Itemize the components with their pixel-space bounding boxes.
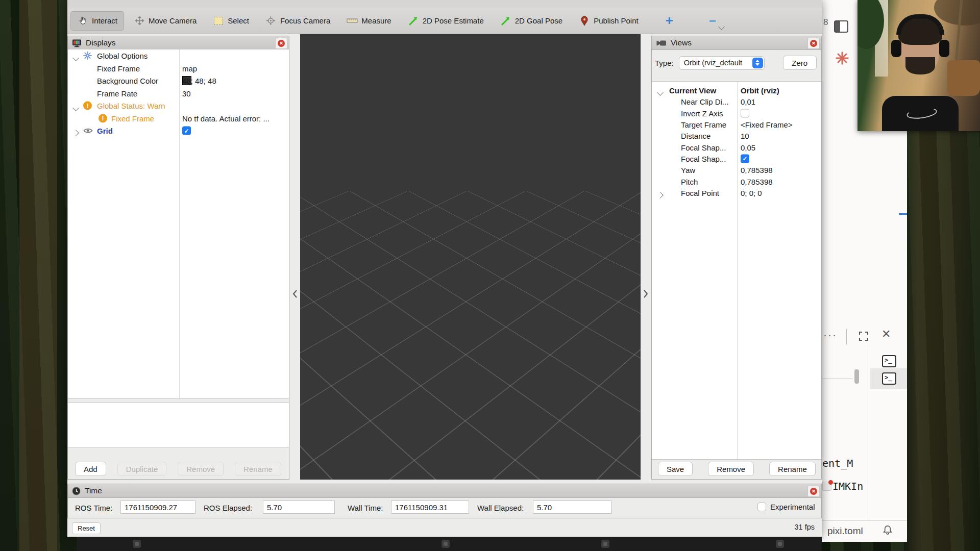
ruler-icon xyxy=(347,15,358,27)
right-splitter[interactable] xyxy=(641,36,651,480)
layout-toggle-icon[interactable] xyxy=(834,20,848,33)
dropdown-stepper-icon[interactable] xyxy=(752,58,763,68)
row-value[interactable]: 0,785398 xyxy=(741,177,773,186)
close-icon: ✕ xyxy=(810,40,817,47)
3d-viewport[interactable] xyxy=(300,34,641,480)
row-value[interactable]: 0,785398 xyxy=(741,166,773,174)
ground-grid xyxy=(300,191,641,480)
row-value[interactable]: 10 xyxy=(741,132,749,140)
view-row-focal-shape-size[interactable]: Focal Shap... 0,05 xyxy=(652,141,821,153)
divider xyxy=(868,345,868,520)
wall-time-label: Wall Time: xyxy=(348,504,383,512)
time-panel-body: ROS Time: 1761150909.27 ROS Elapsed: 5.7… xyxy=(68,497,821,518)
displays-panel-header[interactable]: Displays ✕ xyxy=(68,36,289,50)
row-value[interactable]: 0,01 xyxy=(741,97,755,106)
view-row-focal-point[interactable]: Focal Point 0; 0; 0 xyxy=(652,187,821,198)
display-row-grid[interactable]: Grid ✓ xyxy=(68,124,289,137)
view-row-yaw[interactable]: Yaw 0,785398 xyxy=(652,164,821,176)
row-label: Target Frame xyxy=(681,120,726,129)
scrollbar-thumb[interactable] xyxy=(854,369,859,384)
close-panel-button[interactable]: ✕ xyxy=(275,38,287,49)
tool-publish-point[interactable]: Publish Point xyxy=(572,11,645,31)
tool-2d-pose-estimate[interactable]: 2D Pose Estimate xyxy=(401,11,491,31)
terminal-icon[interactable]: >_ xyxy=(882,355,896,367)
view-row-target-frame[interactable]: Target Frame <Fixed Frame> xyxy=(652,119,821,130)
rename-view-button[interactable]: Rename xyxy=(769,462,816,476)
tool-select[interactable]: Select xyxy=(206,11,256,31)
rviz-toolbar: Interact Move Camera Select Focus Camera… xyxy=(67,8,822,34)
views-panel-header[interactable]: Views ✕ xyxy=(652,36,821,50)
view-type-row: Type: Orbit (rviz_default Zero xyxy=(652,52,821,74)
add-display-button[interactable]: Add xyxy=(75,462,106,476)
tool-label: 2D Goal Pose xyxy=(515,16,562,25)
view-row-current-view[interactable]: Current View Orbit (rviz) xyxy=(652,85,821,96)
expand-icon[interactable] xyxy=(858,331,869,342)
remove-display-button[interactable]: Remove xyxy=(178,462,224,476)
display-row-global-options[interactable]: Global Options xyxy=(68,49,289,62)
tool-move-camera[interactable]: Move Camera xyxy=(127,11,203,31)
row-label: Focal Point xyxy=(681,188,719,197)
row-label: Global Status: Warn xyxy=(97,102,165,110)
left-splitter[interactable] xyxy=(289,36,300,480)
wall-time-field[interactable]: 1761150909.31 xyxy=(391,500,469,514)
ros-time-field[interactable]: 1761150909.27 xyxy=(120,500,195,514)
toolbar-overflow-chevron-icon[interactable] xyxy=(719,22,724,31)
remove-view-button[interactable]: Remove xyxy=(708,462,754,476)
row-label: Grid xyxy=(97,127,113,135)
view-row-focal-shape-fixed[interactable]: Focal Shap... ✓ xyxy=(652,153,821,164)
map-pin-icon xyxy=(579,15,590,27)
display-row-fixed-frame-warning[interactable]: ! Fixed Frame No tf data. Actual error: … xyxy=(68,112,289,125)
experimental-checkbox[interactable] xyxy=(757,503,766,511)
views-panel-title: Views xyxy=(671,38,692,47)
row-value[interactable]: 0,05 xyxy=(741,143,755,152)
row-label: Distance xyxy=(681,132,710,140)
tool-focus-camera[interactable]: Focus Camera xyxy=(259,11,337,31)
row-value[interactable]: 30 xyxy=(182,89,191,97)
display-row-global-status[interactable]: ! Global Status: Warn xyxy=(68,99,289,112)
row-value[interactable]: 0; 0; 0 xyxy=(741,188,762,197)
duplicate-display-button[interactable]: Duplicate xyxy=(117,462,167,476)
dock-icon-hint xyxy=(442,540,450,548)
remove-tool-button[interactable]: − xyxy=(709,14,716,28)
add-tool-button[interactable]: + xyxy=(666,13,673,29)
tool-interact[interactable]: Interact xyxy=(70,11,124,31)
row-value[interactable]: <Fixed Frame> xyxy=(741,120,793,129)
camera-icon xyxy=(656,40,667,46)
display-row-background-color[interactable]: Background Color 48; 48; 48 xyxy=(68,74,289,87)
close-panel-button[interactable]: ✕ xyxy=(807,38,820,49)
ros-elapsed-field[interactable]: 5.70 xyxy=(263,500,335,514)
displays-tree: Global Options Fixed Frame map Backgroun… xyxy=(68,49,289,399)
zero-button[interactable]: Zero xyxy=(783,56,817,70)
view-row-pitch[interactable]: Pitch 0,785398 xyxy=(652,176,821,187)
view-type-dropdown[interactable]: Orbit (rviz_default xyxy=(679,56,765,70)
reset-button[interactable]: Reset xyxy=(72,522,101,534)
collapse-left-chevron-icon[interactable] xyxy=(292,289,298,298)
close-panel-button[interactable]: ✕ xyxy=(807,486,820,497)
save-view-button[interactable]: Save xyxy=(658,462,693,476)
tool-measure[interactable]: Measure xyxy=(340,11,398,31)
divider xyxy=(822,379,853,379)
row-label: Fixed Frame xyxy=(111,114,154,122)
display-row-frame-rate[interactable]: Frame Rate 30 xyxy=(68,87,289,100)
time-panel: Time ✕ ROS Time: 1761150909.27 ROS Elaps… xyxy=(67,484,822,518)
wall-elapsed-field[interactable]: 5.70 xyxy=(533,500,611,514)
tool-2d-goal-pose[interactable]: 2D Goal Pose xyxy=(494,11,569,31)
bell-icon[interactable] xyxy=(883,524,893,536)
view-row-near-clip[interactable]: Near Clip Di... 0,01 xyxy=(652,96,821,107)
view-row-distance[interactable]: Distance 10 xyxy=(652,130,821,141)
cropped-text-fragment: 8 xyxy=(823,17,828,28)
terminal-icon[interactable]: >_ xyxy=(882,372,896,385)
collapse-right-chevron-icon[interactable] xyxy=(643,289,649,298)
experimental-toggle[interactable]: Experimental xyxy=(757,503,815,511)
more-actions-icon[interactable]: ··· xyxy=(823,329,837,341)
display-row-fixed-frame[interactable]: Fixed Frame map xyxy=(68,62,289,75)
view-row-invert-z[interactable]: Invert Z Axis xyxy=(652,108,821,119)
move-arrows-icon xyxy=(134,15,145,27)
rename-display-button[interactable]: Rename xyxy=(235,462,281,476)
close-icon[interactable]: ✕ xyxy=(881,329,891,340)
rviz-window: Interact Move Camera Select Focus Camera… xyxy=(67,0,822,537)
time-panel-header[interactable]: Time ✕ xyxy=(68,484,821,498)
row-label: Invert Z Axis xyxy=(681,109,723,117)
tool-label: Focus Camera xyxy=(280,16,330,25)
row-value[interactable]: map xyxy=(182,64,197,72)
